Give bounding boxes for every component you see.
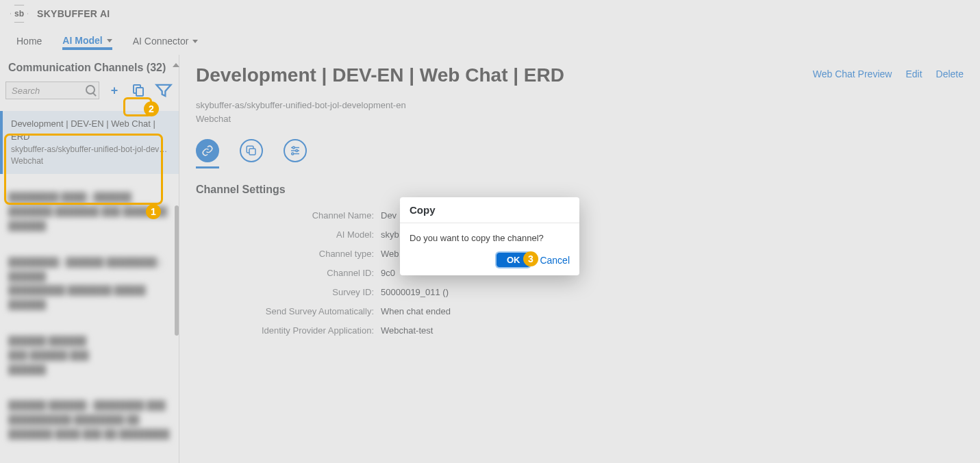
row-ai-model: AI Model: skyb — [196, 225, 964, 244]
sidebar: Communication Channels (32) Development … — [0, 55, 179, 463]
field-value: When chat ended — [381, 306, 451, 316]
channel-item-selected[interactable]: Development | DEV-EN | Web Chat | ERD sk… — [0, 111, 179, 174]
cancel-button[interactable]: Cancel — [540, 255, 570, 266]
copy-dialog: Copy Do you want to copy the channel? OK… — [400, 197, 579, 275]
detail-type: Webchat — [196, 112, 964, 126]
tab-appearance[interactable] — [240, 139, 263, 162]
page-title: Development | DEV-EN | Web Chat | ERD — [196, 64, 564, 86]
nav-item-label: AI Model — [62, 35, 102, 46]
main-nav: Home AI Model AI Connector — [0, 27, 980, 55]
main-content: Development | DEV-EN | Web Chat | ERD We… — [179, 55, 980, 463]
webchat-preview-link[interactable]: Web Chat Preview — [813, 68, 892, 79]
nav-item-ai-connector[interactable]: AI Connector — [133, 36, 199, 47]
nav-item-ai-model[interactable]: AI Model — [62, 35, 112, 50]
svg-rect-0 — [249, 149, 255, 155]
row-channel-name: Channel Name: Dev — [196, 205, 964, 225]
link-icon — [201, 145, 214, 157]
row-idp: Identity Provider Application: Webchat-t… — [196, 321, 964, 340]
filter-icon — [154, 81, 173, 100]
tab-icons — [196, 139, 964, 168]
channel-item-blurred: ████████ ████ | █████████████ ███████ ██… — [0, 185, 179, 238]
dialog-message: Do you want to copy the channel? — [400, 223, 579, 253]
sidebar-toolbar — [0, 78, 179, 105]
field-label: Send Survey Automatically: — [196, 306, 381, 316]
tab-channel-settings[interactable] — [196, 139, 219, 162]
row-channel-id: Channel ID: 9c0 — [196, 263, 964, 282]
channel-item-type: Webchat — [11, 155, 171, 167]
field-label: Identity Provider Application: — [196, 325, 381, 336]
field-value: skyb — [381, 229, 399, 240]
add-channel-button[interactable] — [105, 81, 124, 100]
channel-item-blurred: ██████ █████████ ██████ █████████ — [0, 329, 179, 382]
field-label: Channel Name: — [196, 210, 381, 221]
field-label: Survey ID: — [196, 287, 381, 297]
app-header: sb SKYBUFFER AI — [0, 0, 980, 27]
sliders-icon — [289, 145, 301, 157]
svg-point-2 — [292, 147, 294, 149]
field-label: Channel type: — [196, 249, 381, 259]
sidebar-title: Communication Channels (32) — [0, 55, 179, 78]
channel-item-sub: skybuffer-as/skybuffer-unified-bot-jol-d… — [11, 144, 171, 155]
nav-item-label: AI Connector — [133, 36, 189, 47]
svg-point-6 — [292, 153, 294, 155]
field-value: Web — [381, 249, 399, 259]
search-box — [5, 82, 99, 99]
detail-path: skybuffer-as/skybuffer-unified-bot-jol-d… — [196, 99, 964, 112]
field-label: Channel ID: — [196, 268, 381, 278]
nav-item-home[interactable]: Home — [16, 36, 42, 47]
dialog-footer: OK Cancel — [400, 253, 579, 275]
svg-point-4 — [296, 150, 298, 152]
chevron-down-icon — [192, 40, 198, 43]
edit-link[interactable]: Edit — [905, 68, 922, 79]
field-value: Dev — [381, 210, 397, 221]
field-label: AI Model: — [196, 229, 381, 240]
channel-item-blurred: ██████ ██████ | ████████ █████████████ █… — [0, 393, 179, 447]
detail-subheader: skybuffer-as/skybuffer-unified-bot-jol-d… — [196, 99, 964, 125]
copy2-icon — [245, 145, 257, 157]
chevron-down-icon — [107, 39, 112, 42]
scroll-up-arrow[interactable] — [173, 63, 179, 67]
row-send-survey: Send Survey Automatically: When chat end… — [196, 301, 964, 321]
page-actions: Web Chat Preview Edit Delete — [813, 64, 964, 79]
search-icon — [86, 85, 95, 95]
section-title: Channel Settings — [196, 184, 964, 196]
row-survey-id: Survey ID: 50000019_011 () — [196, 282, 964, 301]
field-value: 50000019_011 () — [381, 287, 449, 297]
field-value: 9c0 — [381, 268, 395, 278]
copy-icon — [133, 84, 145, 97]
settings-table: Channel Name: Dev AI Model: skyb Channel… — [196, 205, 964, 340]
copy-channel-button[interactable] — [129, 81, 149, 100]
app-title: SKYBUFFER AI — [37, 8, 110, 19]
row-channel-type: Channel type: Web — [196, 244, 964, 263]
sidebar-scrollbar[interactable] — [175, 205, 179, 336]
ok-button[interactable]: OK — [497, 253, 531, 267]
tab-advanced[interactable] — [284, 139, 307, 162]
delete-link[interactable]: Delete — [936, 68, 964, 79]
channel-item-blurred: ████████ | ██████ ████████ |████████████… — [0, 250, 179, 318]
field-value: Webchat-test — [381, 325, 433, 336]
dialog-title: Copy — [400, 197, 579, 223]
channel-item-title: Development | DEV-EN | Web Chat | ERD — [11, 118, 171, 144]
app-logo: sb — [10, 4, 29, 23]
channel-list: Development | DEV-EN | Web Chat | ERD sk… — [0, 111, 179, 463]
filter-button[interactable] — [154, 81, 173, 100]
